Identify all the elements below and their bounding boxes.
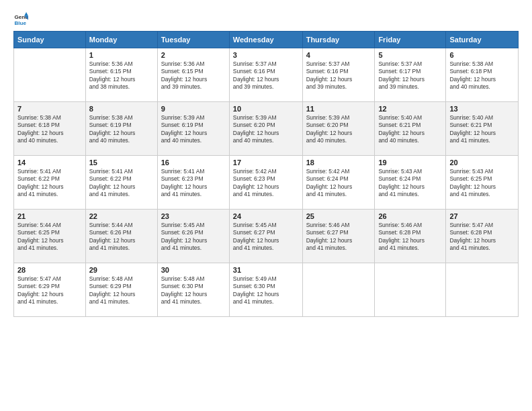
calendar-cell: 2Sunrise: 5:36 AMSunset: 6:15 PMDaylight… — [157, 48, 229, 102]
day-number: 20 — [449, 158, 515, 167]
day-number: 9 — [161, 105, 226, 113]
day-number: 1 — [89, 51, 154, 59]
calendar-cell: 20Sunrise: 5:43 AMSunset: 6:25 PMDayligh… — [446, 156, 519, 210]
day-number: 5 — [378, 51, 442, 59]
calendar-cell: 10Sunrise: 5:39 AMSunset: 6:20 PMDayligh… — [229, 102, 302, 156]
calendar-cell: 29Sunrise: 5:48 AMSunset: 6:29 PMDayligh… — [85, 263, 157, 317]
day-number: 14 — [17, 158, 82, 167]
calendar-cell — [446, 263, 519, 317]
day-number: 21 — [17, 212, 82, 220]
day-info: Sunrise: 5:38 AMSunset: 6:19 PMDaylight:… — [89, 114, 154, 145]
day-number: 26 — [378, 212, 442, 220]
day-info: Sunrise: 5:38 AMSunset: 6:18 PMDaylight:… — [449, 60, 515, 91]
day-info: Sunrise: 5:37 AMSunset: 6:16 PMDaylight:… — [233, 60, 299, 91]
day-info: Sunrise: 5:46 AMSunset: 6:28 PMDaylight:… — [378, 222, 442, 253]
calendar-cell: 28Sunrise: 5:47 AMSunset: 6:29 PMDayligh… — [14, 263, 86, 317]
calendar-cell: 9Sunrise: 5:39 AMSunset: 6:19 PMDaylight… — [157, 102, 229, 156]
day-info: Sunrise: 5:44 AMSunset: 6:25 PMDaylight:… — [17, 222, 82, 253]
day-info: Sunrise: 5:42 AMSunset: 6:23 PMDaylight:… — [233, 168, 299, 199]
day-number: 7 — [17, 105, 82, 113]
day-info: Sunrise: 5:47 AMSunset: 6:28 PMDaylight:… — [449, 222, 515, 253]
day-number: 13 — [449, 105, 515, 113]
calendar-week-2: 7Sunrise: 5:38 AMSunset: 6:18 PMDaylight… — [14, 102, 519, 156]
day-number: 3 — [233, 51, 299, 59]
day-number: 23 — [161, 212, 226, 220]
day-number: 6 — [449, 51, 515, 59]
day-info: Sunrise: 5:38 AMSunset: 6:18 PMDaylight:… — [17, 114, 82, 145]
calendar-week-5: 28Sunrise: 5:47 AMSunset: 6:29 PMDayligh… — [14, 263, 519, 317]
day-info: Sunrise: 5:43 AMSunset: 6:24 PMDaylight:… — [378, 168, 442, 199]
calendar-cell: 5Sunrise: 5:37 AMSunset: 6:17 PMDaylight… — [375, 48, 446, 102]
calendar-header-wednesday: Wednesday — [229, 32, 302, 48]
day-info: Sunrise: 5:37 AMSunset: 6:17 PMDaylight:… — [378, 60, 442, 91]
day-info: Sunrise: 5:41 AMSunset: 6:22 PMDaylight:… — [17, 168, 82, 199]
calendar-header-sunday: Sunday — [14, 32, 86, 48]
day-info: Sunrise: 5:36 AMSunset: 6:15 PMDaylight:… — [161, 60, 226, 91]
calendar-cell: 26Sunrise: 5:46 AMSunset: 6:28 PMDayligh… — [375, 210, 446, 263]
calendar-cell: 21Sunrise: 5:44 AMSunset: 6:25 PMDayligh… — [14, 210, 86, 263]
logo-icon: General Blue — [13, 12, 28, 27]
calendar-cell: 24Sunrise: 5:45 AMSunset: 6:27 PMDayligh… — [229, 210, 302, 263]
day-number: 30 — [161, 266, 226, 274]
calendar-cell: 22Sunrise: 5:44 AMSunset: 6:26 PMDayligh… — [85, 210, 157, 263]
day-info: Sunrise: 5:48 AMSunset: 6:30 PMDaylight:… — [161, 275, 226, 306]
calendar-cell: 31Sunrise: 5:49 AMSunset: 6:30 PMDayligh… — [229, 263, 302, 317]
day-info: Sunrise: 5:49 AMSunset: 6:30 PMDaylight:… — [233, 275, 299, 306]
calendar-cell — [375, 263, 446, 317]
calendar-week-4: 21Sunrise: 5:44 AMSunset: 6:25 PMDayligh… — [14, 210, 519, 263]
day-number: 11 — [306, 105, 371, 113]
day-info: Sunrise: 5:40 AMSunset: 6:21 PMDaylight:… — [378, 114, 442, 145]
day-info: Sunrise: 5:39 AMSunset: 6:20 PMDaylight:… — [233, 114, 299, 145]
day-info: Sunrise: 5:40 AMSunset: 6:21 PMDaylight:… — [449, 114, 515, 145]
day-number: 29 — [89, 266, 154, 274]
day-number: 17 — [233, 158, 299, 167]
day-info: Sunrise: 5:48 AMSunset: 6:29 PMDaylight:… — [89, 275, 154, 306]
day-number: 31 — [233, 266, 299, 274]
day-number: 22 — [89, 212, 154, 220]
svg-text:Blue: Blue — [14, 20, 26, 26]
day-info: Sunrise: 5:43 AMSunset: 6:25 PMDaylight:… — [449, 168, 515, 199]
calendar-header-row: SundayMondayTuesdayWednesdayThursdayFrid… — [14, 32, 519, 48]
calendar: SundayMondayTuesdayWednesdayThursdayFrid… — [13, 31, 519, 317]
day-info: Sunrise: 5:39 AMSunset: 6:19 PMDaylight:… — [161, 114, 226, 145]
calendar-cell: 3Sunrise: 5:37 AMSunset: 6:16 PMDaylight… — [229, 48, 302, 102]
calendar-cell: 7Sunrise: 5:38 AMSunset: 6:18 PMDaylight… — [14, 102, 86, 156]
calendar-cell: 17Sunrise: 5:42 AMSunset: 6:23 PMDayligh… — [229, 156, 302, 210]
day-info: Sunrise: 5:36 AMSunset: 6:15 PMDaylight:… — [89, 60, 154, 91]
calendar-header-tuesday: Tuesday — [157, 32, 229, 48]
calendar-header-monday: Monday — [85, 32, 157, 48]
day-number: 15 — [89, 158, 154, 167]
day-number: 12 — [378, 105, 442, 113]
day-info: Sunrise: 5:46 AMSunset: 6:27 PMDaylight:… — [306, 222, 371, 253]
calendar-cell: 30Sunrise: 5:48 AMSunset: 6:30 PMDayligh… — [157, 263, 229, 317]
day-number: 2 — [161, 51, 226, 59]
calendar-week-3: 14Sunrise: 5:41 AMSunset: 6:22 PMDayligh… — [14, 156, 519, 210]
calendar-header-thursday: Thursday — [302, 32, 375, 48]
day-number: 19 — [378, 158, 442, 167]
calendar-cell: 12Sunrise: 5:40 AMSunset: 6:21 PMDayligh… — [375, 102, 446, 156]
day-info: Sunrise: 5:41 AMSunset: 6:22 PMDaylight:… — [89, 168, 154, 199]
logo: General Blue — [13, 12, 31, 27]
calendar-cell: 4Sunrise: 5:37 AMSunset: 6:16 PMDaylight… — [302, 48, 375, 102]
calendar-header-saturday: Saturday — [446, 32, 519, 48]
day-info: Sunrise: 5:37 AMSunset: 6:16 PMDaylight:… — [306, 60, 371, 91]
day-number: 25 — [306, 212, 371, 220]
calendar-cell: 11Sunrise: 5:39 AMSunset: 6:20 PMDayligh… — [302, 102, 375, 156]
day-number: 27 — [449, 212, 515, 220]
day-info: Sunrise: 5:42 AMSunset: 6:24 PMDaylight:… — [306, 168, 371, 199]
calendar-cell: 14Sunrise: 5:41 AMSunset: 6:22 PMDayligh… — [14, 156, 86, 210]
calendar-cell: 1Sunrise: 5:36 AMSunset: 6:15 PMDaylight… — [85, 48, 157, 102]
day-number: 10 — [233, 105, 299, 113]
day-info: Sunrise: 5:45 AMSunset: 6:27 PMDaylight:… — [233, 222, 299, 253]
calendar-cell: 13Sunrise: 5:40 AMSunset: 6:21 PMDayligh… — [446, 102, 519, 156]
calendar-cell: 16Sunrise: 5:41 AMSunset: 6:23 PMDayligh… — [157, 156, 229, 210]
calendar-cell: 15Sunrise: 5:41 AMSunset: 6:22 PMDayligh… — [85, 156, 157, 210]
page-header: General Blue — [13, 12, 519, 27]
day-number: 18 — [306, 158, 371, 167]
day-number: 16 — [161, 158, 226, 167]
calendar-header-friday: Friday — [375, 32, 446, 48]
calendar-cell — [14, 48, 86, 102]
day-number: 8 — [89, 105, 154, 113]
day-info: Sunrise: 5:47 AMSunset: 6:29 PMDaylight:… — [17, 275, 82, 306]
calendar-week-1: 1Sunrise: 5:36 AMSunset: 6:15 PMDaylight… — [14, 48, 519, 102]
